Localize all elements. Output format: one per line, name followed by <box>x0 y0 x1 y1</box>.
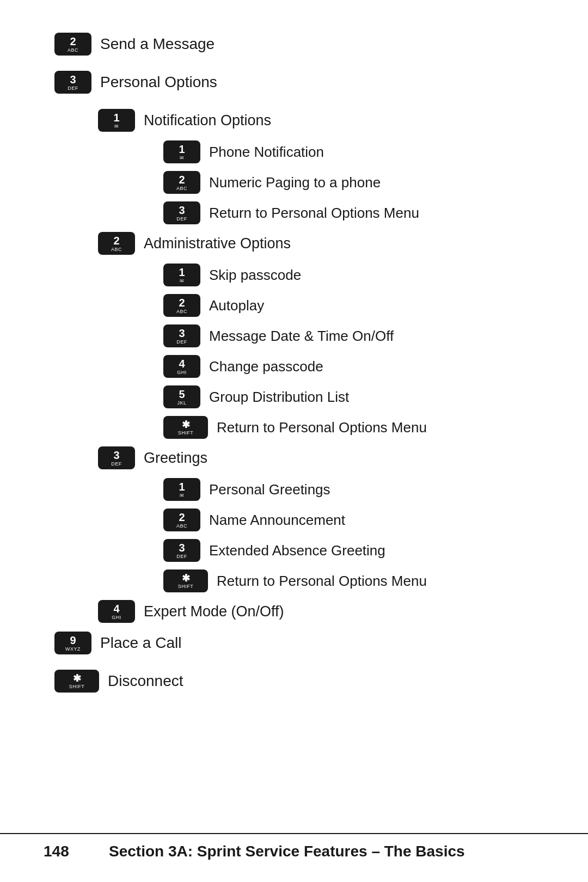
menu-item: 1✉Notification Options <box>98 109 544 132</box>
item-label: Autoplay <box>209 297 264 314</box>
menu-item: ✱SHIFTReturn to Personal Options Menu <box>163 416 544 439</box>
key-sub: DEF <box>176 554 187 559</box>
key-sub: SHIFT <box>178 431 194 436</box>
key-sub: ✉ <box>180 493 185 498</box>
key-badge: 1✉ <box>98 109 135 132</box>
key-sub: ✉ <box>180 156 185 161</box>
key-main: 4 <box>113 603 119 614</box>
item-label: Return to Personal Options Menu <box>217 573 427 590</box>
key-main: 4 <box>179 358 185 369</box>
key-main: 1 <box>179 481 185 492</box>
item-label: Change passcode <box>209 358 323 375</box>
menu-item: 3DEFExtended Absence Greeting <box>163 539 544 562</box>
key-badge: ✱SHIFT <box>163 569 208 592</box>
key-main: 3 <box>113 450 119 461</box>
menu-item: 3DEFReturn to Personal Options Menu <box>163 201 544 224</box>
footer-title: Section 3A: Sprint Service Features – Th… <box>109 843 465 860</box>
key-badge: 3DEF <box>163 539 200 562</box>
key-main: 3 <box>179 542 185 553</box>
menu-item: 3DEFPersonal Options <box>54 71 544 94</box>
key-badge: 5JKL <box>163 385 200 408</box>
item-label: Extended Absence Greeting <box>209 542 385 559</box>
item-label: Personal Greetings <box>209 481 330 498</box>
page-content: 2ABCSend a Message3DEFPersonal Options1✉… <box>0 0 588 740</box>
key-badge: 3DEF <box>54 71 91 94</box>
key-main: 3 <box>70 74 76 85</box>
key-main: 3 <box>179 205 185 216</box>
item-label: Numeric Paging to a phone <box>209 174 381 191</box>
menu-item: 2ABCNumeric Paging to a phone <box>163 171 544 194</box>
item-label: Administrative Options <box>144 235 291 252</box>
key-main: 2 <box>179 512 185 523</box>
key-main: ✱ <box>73 673 81 683</box>
menu-item: 9WXYZPlace a Call <box>54 632 544 654</box>
key-sub: ABC <box>68 48 78 53</box>
key-main: 5 <box>179 389 185 400</box>
key-main: 1 <box>179 267 185 278</box>
key-badge: 3DEF <box>163 324 200 347</box>
key-sub: DEF <box>176 217 187 222</box>
key-badge: 2ABC <box>98 232 135 255</box>
key-main: 2 <box>179 174 185 185</box>
key-main: 3 <box>179 328 185 339</box>
menu-item: 5JKLGroup Distribution List <box>163 385 544 408</box>
item-label: Group Distribution List <box>209 389 349 406</box>
item-label: Notification Options <box>144 112 271 129</box>
item-label: Return to Personal Options Menu <box>217 419 427 436</box>
key-sub: WXYZ <box>65 647 81 652</box>
menu-item: 1✉Phone Notification <box>163 140 544 163</box>
key-main: 9 <box>70 635 76 646</box>
key-sub: JKL <box>177 401 186 406</box>
key-badge: 3DEF <box>163 201 200 224</box>
footer: 148 Section 3A: Sprint Service Features … <box>0 833 588 860</box>
key-main: 2 <box>70 36 76 47</box>
key-sub: ABC <box>176 186 187 191</box>
item-label: Expert Mode (On/Off) <box>144 603 284 620</box>
key-badge: ✱SHIFT <box>54 670 99 693</box>
item-label: Disconnect <box>108 672 183 690</box>
menu-item: 1✉Personal Greetings <box>163 478 544 501</box>
menu-item: 4GHIExpert Mode (On/Off) <box>98 600 544 623</box>
key-main: ✱ <box>182 420 190 430</box>
item-label: Name Announcement <box>209 512 345 529</box>
key-sub: ✉ <box>180 279 185 284</box>
key-badge: 2ABC <box>54 33 91 56</box>
item-label: Send a Message <box>100 35 215 53</box>
menu-item: 2ABCSend a Message <box>54 33 544 56</box>
menu-item: 2ABCAutoplay <box>163 294 544 317</box>
item-label: Message Date & Time On/Off <box>209 328 394 345</box>
item-label: Return to Personal Options Menu <box>209 205 419 222</box>
page-number: 148 <box>44 843 87 860</box>
key-sub: DEF <box>176 340 187 345</box>
key-badge: 9WXYZ <box>54 632 91 654</box>
menu-item: 3DEFGreetings <box>98 446 544 469</box>
key-sub: GHI <box>112 615 121 620</box>
key-badge: 4GHI <box>163 355 200 378</box>
key-badge: ✱SHIFT <box>163 416 208 439</box>
menu-item: 2ABCName Announcement <box>163 509 544 531</box>
item-label: Personal Options <box>100 74 217 91</box>
key-sub: GHI <box>177 370 187 375</box>
key-sub: DEF <box>111 462 122 467</box>
key-sub: ABC <box>111 247 122 252</box>
menu-item: ✱SHIFTReturn to Personal Options Menu <box>163 569 544 592</box>
menu-item: ✱SHIFTDisconnect <box>54 670 544 693</box>
key-sub: SHIFT <box>69 684 85 689</box>
key-sub: ABC <box>176 524 187 529</box>
key-badge: 1✉ <box>163 478 200 501</box>
key-main: ✱ <box>182 573 190 583</box>
key-main: 1 <box>179 144 185 155</box>
key-badge: 3DEF <box>98 446 135 469</box>
item-label: Skip passcode <box>209 267 301 284</box>
key-sub: ✉ <box>114 124 119 129</box>
item-label: Place a Call <box>100 634 181 652</box>
key-main: 2 <box>179 297 185 308</box>
key-main: 2 <box>113 235 119 246</box>
key-badge: 1✉ <box>163 264 200 286</box>
key-badge: 2ABC <box>163 509 200 531</box>
key-badge: 2ABC <box>163 171 200 194</box>
menu-item: 1✉Skip passcode <box>163 264 544 286</box>
menu-item: 3DEFMessage Date & Time On/Off <box>163 324 544 347</box>
key-main: 1 <box>113 112 119 123</box>
key-sub: SHIFT <box>178 584 194 589</box>
